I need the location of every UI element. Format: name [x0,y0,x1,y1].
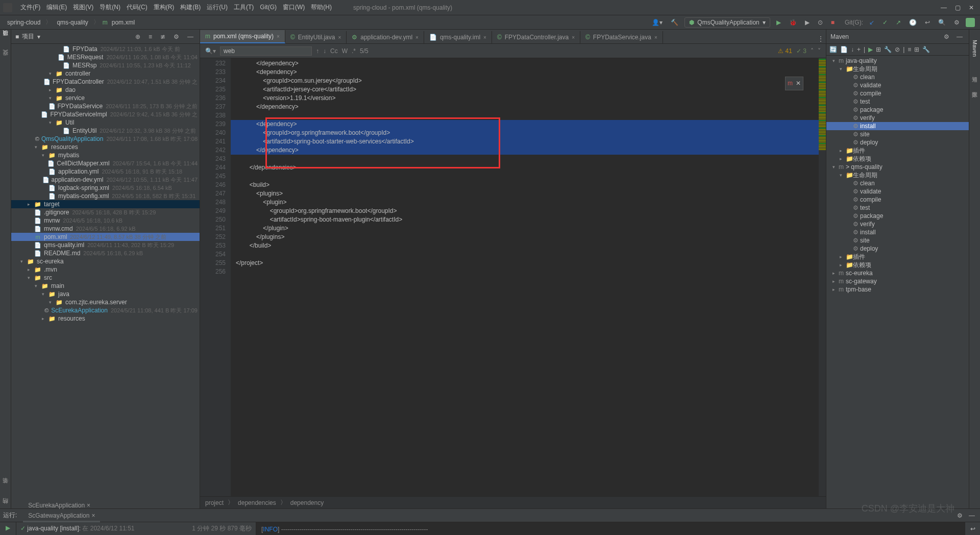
minimize-icon[interactable]: — [938,3,950,12]
profile-icon[interactable]: ⊙ [816,18,825,27]
maven-item[interactable]: ⚙ deploy [826,138,969,147]
gear-icon[interactable]: ⚙ [172,32,181,41]
toggle-icon[interactable]: 🔧 [884,46,892,53]
maven-item[interactable]: ⚙ site [826,236,969,245]
more-tabs-icon[interactable]: ⋮ [816,34,826,43]
close-icon[interactable]: × [91,512,95,519]
menu-item[interactable]: 视图(V) [70,3,96,12]
tree-item[interactable]: ▾ 📁 sc-eureka [11,257,200,265]
editor-tab[interactable]: ©FPYDataService.java × [580,31,663,43]
menu-item[interactable]: 帮助(H) [308,3,335,12]
breadcrumb-0[interactable]: spring-cloud [5,18,42,27]
run-tests-icon[interactable]: ⊞ [876,46,881,53]
maven-item[interactable]: ▸ 📁 依赖项 [826,155,969,163]
maven-item[interactable]: ▸ m sc-eureka [826,269,969,277]
next-match-icon[interactable]: ↓ [323,47,326,55]
menu-item[interactable]: 重构(R) [151,3,178,12]
coverage-icon[interactable]: ▶ [803,18,812,27]
warning-count[interactable]: ⚠ 41 [778,47,792,55]
menu-item[interactable]: 编辑(E) [43,3,70,12]
maven-item[interactable]: ▸ 📁 依赖项 [826,261,969,269]
floating-toolbar[interactable]: m ✕ [785,77,803,90]
tree-item[interactable]: ▾ 📁 src [11,274,200,282]
maven-icon[interactable]: m [788,79,793,88]
hide-icon[interactable]: — [185,32,195,41]
rerun-icon[interactable]: ▶ [6,524,10,531]
user-icon[interactable]: 👤▾ [650,18,665,27]
editor-tab[interactable]: mpom.xml (qms-quality) × [200,30,285,43]
maven-item[interactable]: ⚙ install [826,228,969,236]
editor-tab[interactable]: ⚙application-dev.yml × [347,31,424,43]
expand-icon[interactable]: ≡ [146,32,154,41]
maven-item[interactable]: ⚙ compile [826,89,969,98]
tree-item[interactable]: ▾ 📁 Util [11,118,200,127]
tree-item[interactable]: 📄 mvnw.cmd 2024/6/5 16:18, 6.92 kB [11,225,200,233]
hide-icon[interactable]: — [954,32,965,41]
git-update-icon[interactable]: ↙ [867,18,876,27]
tree-item[interactable]: ▸ 📁 dao [11,86,200,94]
maven-item[interactable]: ⚙ test [826,204,969,212]
maven-item[interactable]: ⚙ site [826,130,969,138]
maven-item[interactable]: ▸ m sc-gateway [826,277,969,285]
maven-item[interactable]: ▸ 📁 插件 [826,147,969,155]
download-icon[interactable]: ↓ [851,46,854,53]
maven-item[interactable]: ⚙ clean [826,73,969,81]
git-push-icon[interactable]: ↗ [894,18,903,27]
tree-item[interactable]: 📄 EntityUtil 2024/6/12 10:32, 3.98 kB 38… [11,127,200,135]
show-icon[interactable]: ⊞ [914,46,919,53]
breadcrumb-2[interactable]: pom.xml [110,18,137,27]
menu-item[interactable]: 工具(T) [231,3,257,12]
settings-icon[interactable]: ⚙ [952,18,962,27]
tree-item[interactable]: 📄 FPYData 2024/6/12 11:03, 1.6 kB 今天 前 [11,45,200,53]
skip-tests-icon[interactable]: ⊘ [895,46,900,53]
close-window-icon[interactable]: ✕ [966,3,977,12]
tree-item[interactable]: 📄 application.yml 2024/6/5 16:18, 91 B 昨… [11,167,200,176]
code-editor[interactable]: 2322332342352362372382392402412422432442… [200,58,826,496]
tree-item[interactable]: ▸ 📁 resources [11,314,200,323]
maven-item[interactable]: ▾ 📁 生命周期 [826,65,969,73]
menu-item[interactable]: Git(G) [257,3,280,12]
tree-item[interactable]: 📄 logback-spring.xml 2024/6/5 16:18, 6.5… [11,184,200,192]
close-icon[interactable]: × [483,35,486,40]
maven-item[interactable]: ▸ 📁 插件 [826,253,969,261]
tree-item[interactable]: 📄 CellDictMapper.xml 2024/6/7 15:54, 1.6… [11,159,200,167]
close-icon[interactable]: ✕ [796,79,801,88]
tree-item[interactable]: ▾ 📁 controller [11,69,200,78]
run-icon[interactable]: ▶ [868,46,873,53]
maven-item[interactable]: ⚙ package [826,106,969,114]
minimap[interactable] [819,58,826,496]
tree-item[interactable]: ▸ 📁 .mvn [11,265,200,274]
tree-item[interactable]: 📄 FPYDataServiceImpl 2024/6/12 9:42, 4.1… [11,110,200,118]
reload-icon[interactable]: 🔄 [829,46,837,53]
tree-item[interactable]: 📄 .gitignore 2024/6/5 16:18, 428 B 昨天 15… [11,208,200,216]
gear-icon[interactable]: ⚙ [955,511,965,520]
menu-item[interactable]: 文件(F) [17,3,43,12]
hide-icon[interactable]: — [967,511,977,520]
maven-item[interactable]: ⚙ clean [826,179,969,187]
wrench-icon[interactable]: 🔧 [922,46,930,53]
tree-item[interactable]: m pom.xml 2024/6/12 11:49, 8.57 kB 38 分钟… [11,233,200,241]
maximize-icon[interactable]: ▢ [952,3,964,12]
gear-icon[interactable]: ⚙ [942,32,951,41]
add-icon[interactable]: + [857,46,861,53]
maven-item[interactable]: ▾ m > qms-quality [826,163,969,171]
avatar[interactable] [966,18,975,27]
console-output[interactable]: [INFO] ---------------------------------… [256,522,965,535]
maven-item[interactable]: ⚙ test [826,98,969,106]
chevron-down-icon[interactable]: ▾ [37,33,40,40]
tree-item[interactable]: ▾ 📁 service [11,94,200,102]
locate-icon[interactable]: ⊕ [133,32,142,41]
maven-item[interactable]: ⚙ deploy [826,245,969,253]
tree-item[interactable]: 📄 MESRsp 2024/6/11 10:55, 1.23 kB 今天 11:… [11,61,200,69]
editor-tab[interactable]: ©EntityUtil.java × [285,31,347,43]
tree-item[interactable]: ▾ 📁 mybatis [11,151,200,159]
tree-item[interactable]: ▸ 📁 target [11,200,200,208]
run-icon[interactable]: ▶ [774,18,783,27]
run-tab[interactable]: ScEurekaApplication × [23,500,100,510]
tree-item[interactable]: © QmsQualityApplication 2024/6/11 17:08,… [11,135,200,143]
tree-item[interactable]: 📄 MESRequest 2024/6/11 16:26, 1.08 kB 今天… [11,53,200,61]
editor-tab[interactable]: 📄qms-quality.iml × [424,31,492,43]
collapse-all-icon[interactable]: ≡ [908,46,911,53]
maven-item[interactable]: ⚙ verify [826,114,969,122]
tree-item[interactable]: ▾ 📁 resources [11,143,200,151]
